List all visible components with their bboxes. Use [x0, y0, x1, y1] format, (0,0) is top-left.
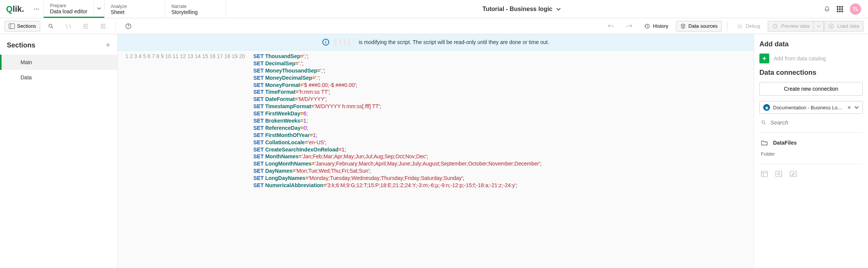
nav-analyze-sup: Analyze [110, 4, 156, 9]
sections-label: Sections [17, 23, 36, 29]
sidebar-item-label: Data [21, 74, 32, 80]
sidebar-header: Sections + [0, 34, 117, 55]
plus-icon: + [759, 54, 769, 63]
line-gutter: 1 2 3 4 5 6 7 8 9 10 11 12 13 14 15 16 1… [118, 50, 249, 268]
history-label: History [653, 23, 668, 29]
indent-icon[interactable] [96, 22, 110, 31]
connection-search[interactable] [759, 119, 863, 126]
help-icon[interactable] [121, 21, 136, 32]
debug-label: Debug [746, 23, 760, 29]
svg-line-19 [764, 123, 765, 124]
script-editor[interactable]: 1 2 3 4 5 6 7 8 9 10 11 12 13 14 15 16 1… [118, 50, 754, 268]
data-connections-heading: Data connections [759, 69, 863, 77]
nav-prepare-main: Data load editor [50, 8, 90, 14]
chevron-down-icon [556, 7, 561, 11]
logo-accent: Q [6, 4, 13, 14]
comment-icon[interactable] [62, 22, 75, 31]
preview-data-label: Preview data [781, 23, 810, 29]
search-icon[interactable] [44, 21, 58, 31]
nav-narrate-sup: Narrate [171, 4, 216, 9]
svg-line-3 [52, 27, 53, 28]
apps-grid-icon[interactable] [837, 6, 843, 12]
toolbar: Sections History Data sources Debug Prev… [0, 18, 868, 34]
create-connection-button[interactable]: Create new connection [759, 82, 863, 96]
preview-data-button[interactable]: Preview data [768, 21, 813, 32]
readonly-alert: i is modifying the script. The script wi… [118, 34, 754, 50]
connection-name: Documentation - Business Logic ... [773, 105, 844, 110]
sidebar-item-label: Main [21, 59, 32, 65]
create-conn-label: Create new connection [784, 86, 838, 92]
logo[interactable]: Qlik. [0, 0, 30, 18]
svg-point-18 [762, 121, 764, 123]
select-data-icon[interactable] [761, 171, 768, 177]
sidebar-item-main[interactable]: Main [0, 55, 117, 70]
load-data-label: Load data [837, 23, 859, 29]
nav-narrate-main: Storytelling [171, 9, 216, 15]
edit-connection-icon[interactable] [790, 171, 797, 177]
svg-point-15 [738, 25, 741, 28]
panel-icon [9, 23, 15, 29]
add-section-icon[interactable]: + [106, 40, 110, 50]
avatar[interactable]: TL [850, 3, 861, 15]
chevron-down-icon[interactable] [854, 105, 859, 110]
svg-point-13 [128, 27, 128, 28]
add-from-catalog-button[interactable]: + Add from data catalog [759, 54, 863, 63]
nav-analyze[interactable]: Analyze Sheet [104, 0, 165, 18]
nav-prepare[interactable]: Prepare Data load editor [44, 0, 104, 18]
svg-line-4 [66, 24, 67, 28]
logo-rest: lik [13, 4, 22, 14]
bell-icon[interactable] [824, 6, 830, 12]
debug-button[interactable]: Debug [733, 21, 764, 31]
folder-icon [761, 140, 768, 146]
load-data-button[interactable]: Load data [824, 21, 863, 32]
data-sources-label: Data sources [688, 23, 718, 29]
close-icon[interactable]: ✕ [847, 105, 851, 110]
history-button[interactable]: History [640, 21, 672, 31]
search-input[interactable] [770, 119, 863, 126]
main: Sections + Main Data i is modifying the … [0, 34, 868, 268]
sections-toggle-button[interactable]: Sections [5, 21, 40, 32]
nav-narrate[interactable]: Narrate Storytelling [165, 0, 226, 18]
user-redacted [335, 39, 354, 46]
sidebar-item-data[interactable]: Data [0, 70, 117, 85]
alert-text: is modifying the script. The script will… [359, 39, 549, 45]
svg-rect-23 [776, 171, 782, 177]
add-catalog-label: Add from data catalog [774, 55, 826, 61]
svg-rect-20 [761, 171, 767, 177]
svg-point-24 [778, 173, 780, 175]
info-icon: i [322, 39, 329, 46]
app-title-text: Tutorial - Business logic [482, 6, 552, 13]
sidebar-title: Sections [7, 41, 35, 49]
search-icon [761, 120, 767, 126]
connection-icon: ◉ [763, 104, 770, 111]
svg-line-5 [69, 24, 71, 28]
sections-sidebar: Sections + Main Data [0, 34, 118, 268]
chevron-down-icon[interactable] [93, 0, 104, 17]
top-bar: Qlik. ··· Prepare Data load editor Analy… [0, 0, 868, 18]
data-sources-button[interactable]: Data sources [676, 21, 722, 32]
connection-item[interactable]: ◉ Documentation - Business Logic ... ✕ [759, 101, 863, 114]
preview-dropdown[interactable] [813, 21, 824, 32]
connection-actions [759, 171, 863, 177]
editor-pane: i is modifying the script. The script wi… [118, 34, 754, 268]
add-data-heading: Add data [759, 40, 863, 48]
right-panel: Add data + Add from data catalog Data co… [754, 34, 868, 268]
datafiles-row[interactable]: DataFiles [759, 140, 863, 146]
redo-icon[interactable] [622, 22, 636, 31]
nav-analyze-main: Sheet [110, 9, 156, 15]
folder-label: Folder [759, 151, 863, 157]
outdent-icon[interactable] [79, 22, 93, 31]
svg-point-2 [49, 24, 52, 27]
code-area[interactable]: SET ThousandSep=','; SET DecimalSep='.';… [249, 50, 545, 268]
undo-icon[interactable] [604, 22, 618, 31]
svg-rect-0 [9, 24, 15, 28]
nav-prepare-sup: Prepare [50, 3, 90, 8]
topbar-right: TL [817, 0, 868, 18]
insert-script-icon[interactable] [775, 171, 782, 177]
app-menu-icon[interactable]: ··· [30, 0, 44, 18]
app-title[interactable]: Tutorial - Business logic [226, 0, 817, 18]
datafiles-label: DataFiles [773, 140, 797, 146]
